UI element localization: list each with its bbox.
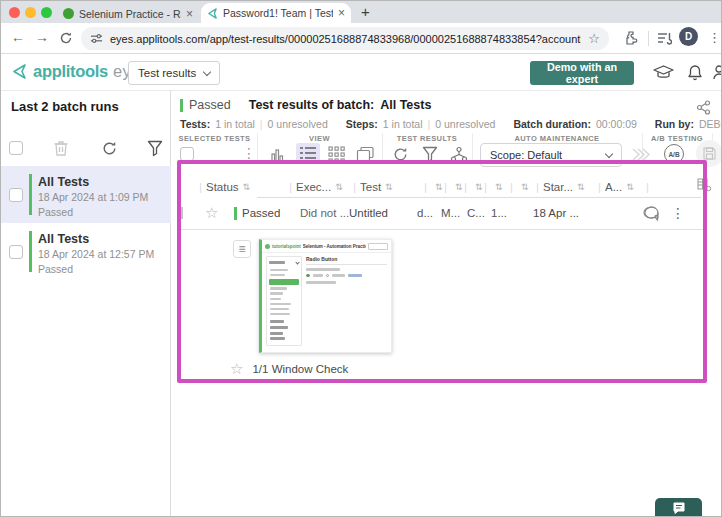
batch-results-panel: Passed Test results of batch: All Tests … bbox=[172, 91, 722, 517]
window-minimize-button[interactable] bbox=[25, 7, 36, 18]
browser-menu-icon[interactable]: ⋮ bbox=[708, 30, 721, 45]
new-tab-button[interactable]: + bbox=[361, 3, 370, 20]
batch-item[interactable]: All Tests 18 Apr 2024 at 1:09 PM Passed bbox=[1, 166, 171, 223]
thumbnail-heading: Radio Button bbox=[306, 256, 387, 262]
tests-unresolved: 0 unresolved bbox=[268, 118, 328, 130]
column-header-execution[interactable]: |Exec...⇅ bbox=[289, 181, 353, 193]
extensions-icon[interactable] bbox=[623, 30, 639, 46]
column-header-status[interactable]: |Status⇅ bbox=[199, 181, 289, 193]
batch-checkbox[interactable] bbox=[9, 245, 23, 259]
tab-selenium-practice[interactable]: Selenium Practice - Radio Bu × bbox=[57, 4, 199, 23]
address-bar[interactable]: eyes.applitools.com/app/test-results/000… bbox=[81, 27, 609, 50]
run-maintenance-icon[interactable] bbox=[631, 147, 651, 162]
view-list-button[interactable] bbox=[296, 143, 320, 163]
list-view-icon bbox=[299, 145, 317, 161]
batches-view-icon[interactable] bbox=[356, 146, 375, 163]
share-icon[interactable] bbox=[696, 100, 711, 115]
column-header[interactable]: |⇅ bbox=[464, 181, 484, 193]
close-tab-icon[interactable]: × bbox=[186, 8, 193, 20]
site-settings-icon[interactable] bbox=[90, 32, 103, 45]
chat-widget-button[interactable] bbox=[655, 498, 702, 517]
view-summary-icon[interactable] bbox=[268, 146, 286, 163]
selected-tests-section-label: SELECTED TESTS bbox=[172, 134, 257, 143]
sort-icon[interactable]: ⇅ bbox=[475, 182, 483, 192]
column-header[interactable]: |⇅ bbox=[510, 181, 536, 193]
scope-dropdown-value: Scope: Default bbox=[490, 149, 562, 161]
product-dropdown-value: Test results bbox=[138, 67, 196, 79]
product-dropdown[interactable]: Test results bbox=[128, 61, 220, 85]
batch-status: Passed bbox=[38, 263, 73, 275]
thumbnail-radio bbox=[326, 274, 330, 278]
demo-expert-button[interactable]: Demo with an expert bbox=[530, 61, 634, 85]
step-star-icon[interactable]: ☆ bbox=[230, 360, 243, 378]
reload-button[interactable] bbox=[59, 31, 73, 45]
column-header[interactable]: |⇅ bbox=[424, 181, 444, 193]
column-label: A... bbox=[605, 181, 622, 193]
filter-batches-icon[interactable] bbox=[147, 140, 163, 157]
table-columns-settings-icon[interactable] bbox=[697, 177, 711, 192]
favorite-star-icon[interactable]: ☆ bbox=[205, 204, 234, 222]
column-header-assignee[interactable]: |A...⇅ bbox=[598, 181, 646, 193]
learn-icon[interactable] bbox=[653, 65, 674, 81]
delete-batch-icon[interactable] bbox=[53, 139, 69, 157]
sort-icon[interactable]: ⇅ bbox=[435, 182, 443, 192]
thumbnail-radio-selected bbox=[306, 274, 310, 278]
sort-icon[interactable]: ⇅ bbox=[521, 182, 529, 192]
tests-label: Tests: bbox=[180, 118, 210, 130]
bookmark-star-icon[interactable]: ☆ bbox=[588, 31, 600, 46]
tab-test-results[interactable]: Password1! Team | Test Resul × bbox=[201, 3, 351, 23]
save-view-button[interactable] bbox=[696, 140, 722, 167]
sort-icon[interactable]: ⇅ bbox=[495, 182, 503, 192]
step-thumbnail[interactable]: tutorialspoint Selenium - Automation Pra… bbox=[259, 239, 392, 353]
select-all-tests-checkbox[interactable] bbox=[180, 147, 194, 161]
batch-checkbox[interactable] bbox=[9, 188, 23, 202]
batch-item[interactable]: All Tests 18 Apr 2024 at 12:57 PM Passed bbox=[1, 223, 171, 280]
group-steps-icon[interactable] bbox=[450, 146, 468, 163]
account-icon[interactable] bbox=[713, 64, 722, 81]
tab-groups-icon[interactable] bbox=[657, 31, 672, 45]
applitools-mark-icon bbox=[11, 63, 28, 80]
chat-bubble-icon bbox=[672, 502, 686, 515]
ab-testing-icon[interactable]: A/B bbox=[664, 144, 684, 164]
sort-icon[interactable]: ⇅ bbox=[455, 182, 463, 192]
selected-tests-menu-icon[interactable]: ⋮ bbox=[242, 145, 256, 161]
grid-view-icon[interactable] bbox=[328, 146, 345, 163]
notifications-bell-icon[interactable] bbox=[687, 64, 703, 81]
batch-status-bar bbox=[29, 174, 32, 215]
save-floppy-icon bbox=[703, 147, 716, 160]
sort-icon[interactable]: ⇅ bbox=[385, 182, 393, 192]
runby-value: DEBOMITA BHATTACHARJEE bbox=[699, 118, 722, 130]
refresh-batches-icon[interactable] bbox=[101, 140, 118, 157]
comments-icon[interactable] bbox=[643, 206, 660, 221]
row-cell: C... bbox=[467, 207, 491, 219]
column-header-started[interactable]: |Star...⇅ bbox=[536, 181, 598, 193]
close-tab-icon[interactable]: × bbox=[338, 7, 345, 19]
select-all-batches-checkbox[interactable] bbox=[9, 141, 23, 155]
column-header[interactable]: |⇅ bbox=[484, 181, 510, 193]
filter-results-icon[interactable] bbox=[422, 146, 438, 163]
sort-icon[interactable]: ⇅ bbox=[626, 182, 634, 192]
summary-title: Test results of batch: bbox=[249, 98, 374, 112]
back-button[interactable]: ← bbox=[11, 29, 25, 45]
column-header-test[interactable]: |Test⇅ bbox=[353, 181, 424, 193]
batch-summary-header: Passed Test results of batch: All Tests bbox=[180, 98, 431, 112]
refresh-results-icon[interactable] bbox=[392, 146, 409, 163]
row-checkbox[interactable] bbox=[181, 207, 183, 219]
test-result-row[interactable]: ☆ Passed Did not ... Untitled d... M... … bbox=[181, 197, 703, 230]
row-execution-cell: Did not ... bbox=[300, 207, 349, 219]
window-zoom-button[interactable] bbox=[41, 7, 52, 18]
summary-status-bar bbox=[180, 99, 183, 112]
column-header[interactable]: |⇅ bbox=[444, 181, 464, 193]
auto-maintenance-section-label: AUTO MAINTENANCE bbox=[472, 134, 642, 143]
forward-button[interactable]: → bbox=[35, 29, 49, 45]
row-menu-icon[interactable]: ⋮ bbox=[671, 205, 687, 221]
collapse-row-button[interactable]: ≡ bbox=[233, 240, 251, 258]
scope-dropdown[interactable]: Scope: Default bbox=[480, 143, 622, 167]
browser-profile-avatar[interactable]: D bbox=[679, 27, 698, 46]
sidebar-title: Last 2 batch runs bbox=[11, 99, 119, 114]
steps-total: 1 in total bbox=[383, 118, 423, 130]
sort-icon[interactable]: ⇅ bbox=[335, 182, 343, 192]
window-close-button[interactable] bbox=[9, 7, 20, 18]
sort-icon[interactable]: ⇅ bbox=[243, 182, 251, 192]
sort-icon[interactable]: ⇅ bbox=[577, 182, 585, 192]
